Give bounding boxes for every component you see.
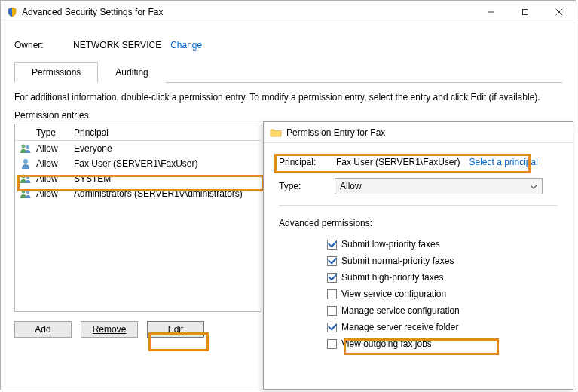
row-type: Allow	[36, 173, 74, 184]
table-row[interactable]: AllowFax User (SERVER1\FaxUser)	[15, 156, 261, 171]
svg-point-8	[26, 176, 29, 179]
minimize-button[interactable]	[474, 1, 508, 23]
folder-icon	[270, 127, 282, 138]
tabs: Permissions Auditing	[14, 61, 562, 83]
overlay-content: Principal: Fax User (SERVER1\FaxUser) Se…	[264, 143, 573, 352]
overlay-titlebar: Permission Entry for Fax	[264, 122, 573, 143]
svg-point-7	[22, 175, 26, 179]
edit-button[interactable]: Edit	[147, 321, 204, 338]
permission-label: Submit normal-priority faxes	[341, 256, 454, 266]
checkbox[interactable]	[327, 323, 337, 332]
titlebar: Advanced Security Settings for Fax	[1, 1, 576, 23]
tab-permissions[interactable]: Permissions	[14, 62, 98, 83]
owner-value: NETWORK SERVICE	[73, 40, 161, 51]
svg-point-4	[22, 145, 26, 149]
permission-item: View service configuration	[327, 286, 558, 302]
checkbox[interactable]	[327, 289, 337, 299]
type-label: Type:	[279, 181, 335, 191]
table-row[interactable]: AllowAdministrators (SERVER1\Administrat…	[15, 186, 261, 201]
add-button[interactable]: Add	[14, 321, 72, 338]
svg-point-9	[22, 190, 26, 194]
chevron-down-icon	[530, 181, 537, 191]
col-type[interactable]: Type	[36, 127, 74, 138]
permission-item: View outgoing fax jobs	[327, 335, 558, 352]
permission-label: Manage server receive folder	[341, 322, 458, 332]
principal-label: Principal:	[279, 157, 335, 167]
permission-entry-window: Permission Entry for Fax Principal: Fax …	[263, 121, 573, 390]
principal-icon	[20, 188, 32, 199]
checkbox[interactable]	[327, 339, 337, 349]
principal-value: Fax User (SERVER1\FaxUser)	[335, 157, 461, 167]
permission-label: View outgoing fax jobs	[341, 338, 432, 349]
advanced-permissions-label: Advanced permissions:	[279, 218, 558, 228]
overlay-title: Permission Entry for Fax	[286, 127, 385, 138]
row-type: Allow	[36, 143, 74, 154]
change-owner-link[interactable]: Change	[170, 40, 202, 51]
description: For additional information, double-click…	[14, 92, 562, 103]
row-type: Allow	[36, 158, 74, 169]
security-settings-window: Advanced Security Settings for Fax Owner…	[0, 0, 576, 390]
row-type: Allow	[36, 188, 74, 199]
list-header: Type Principal	[15, 124, 261, 141]
checkbox[interactable]	[327, 256, 337, 266]
permission-item: Submit low-priority faxes	[327, 236, 558, 253]
permission-entries-list: Type Principal AllowEveryoneAllowFax Use…	[14, 124, 261, 312]
owner-label: Owner:	[14, 40, 73, 51]
permission-item: Manage server receive folder	[327, 319, 558, 335]
principal-icon	[20, 173, 32, 184]
row-principal: SYSTEM	[74, 173, 261, 184]
table-row[interactable]: AllowEveryone	[15, 141, 261, 156]
checkbox[interactable]	[327, 240, 337, 250]
select-principal-link[interactable]: Select a principal	[469, 157, 537, 167]
owner-row: Owner: NETWORK SERVICE Change	[14, 40, 562, 51]
checkbox[interactable]	[327, 306, 337, 316]
maximize-button[interactable]	[508, 1, 542, 23]
divider	[279, 205, 558, 206]
permission-item: Submit high-priority faxes	[327, 269, 558, 286]
row-principal: Everyone	[74, 143, 261, 154]
principal-icon	[20, 158, 32, 169]
permission-item: Submit normal-priority faxes	[327, 253, 558, 269]
type-row: Type: Allow	[279, 178, 558, 194]
permissions-checklist: Submit low-priority faxesSubmit normal-p…	[279, 236, 558, 352]
svg-rect-1	[522, 9, 528, 14]
permission-label: Submit high-priority faxes	[341, 272, 443, 283]
shield-icon	[7, 7, 17, 17]
window-buttons	[474, 1, 576, 23]
permission-label: Manage service configuration	[341, 305, 460, 316]
permission-label: View service configuration	[341, 289, 446, 299]
row-principal: Administrators (SERVER1\Administrators)	[74, 188, 261, 199]
type-select[interactable]: Allow	[335, 178, 543, 194]
entries-label: Permission entries:	[14, 110, 562, 121]
row-principal: Fax User (SERVER1\FaxUser)	[74, 158, 261, 169]
principal-icon	[20, 143, 32, 154]
type-value: Allow	[340, 181, 362, 191]
col-principal[interactable]: Principal	[74, 127, 261, 138]
permission-item: Manage service configuration	[327, 302, 558, 319]
permission-label: Submit low-priority faxes	[341, 239, 440, 250]
close-button[interactable]	[542, 1, 576, 23]
principal-row: Principal: Fax User (SERVER1\FaxUser) Se…	[279, 157, 558, 167]
svg-point-5	[26, 145, 29, 149]
remove-button[interactable]: Remove	[81, 321, 138, 338]
svg-point-10	[26, 191, 29, 194]
svg-point-6	[23, 159, 28, 164]
tab-auditing[interactable]: Auditing	[98, 62, 165, 83]
checkbox[interactable]	[327, 273, 337, 283]
window-title: Advanced Security Settings for Fax	[22, 7, 474, 17]
table-row[interactable]: AllowSYSTEM	[15, 171, 261, 186]
